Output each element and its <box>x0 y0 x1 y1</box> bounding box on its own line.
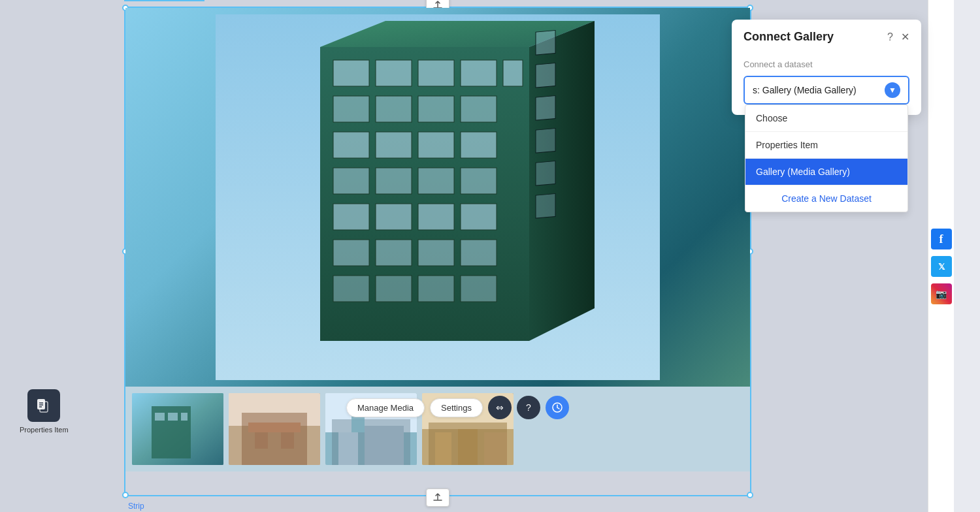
gallery-toolbar: Manage Media Settings ⇔ ? <box>346 396 569 419</box>
svg-rect-42 <box>168 413 178 421</box>
svg-rect-5 <box>461 60 497 86</box>
connect-header-icons: ? ✕ <box>887 31 909 43</box>
right-sidebar: f 𝕏 📷 <box>928 0 954 512</box>
gallery-label: Wix Pro Gallery 2 <box>124 0 204 1</box>
svg-rect-4 <box>418 60 454 86</box>
svg-rect-54 <box>365 426 404 465</box>
thumbnail-1[interactable] <box>132 393 223 465</box>
canvas-area: Wix Pro Gallery 2 <box>0 0 954 512</box>
svg-rect-2 <box>333 60 369 86</box>
connect-panel-close-button[interactable]: ✕ <box>901 31 909 43</box>
svg-rect-43 <box>181 413 188 421</box>
twitter-icon[interactable]: 𝕏 <box>931 256 952 277</box>
connect-button[interactable] <box>546 396 569 419</box>
svg-rect-18 <box>461 168 497 194</box>
gallery-component[interactable]: Wix Pro Gallery 2 <box>124 7 751 496</box>
svg-rect-46 <box>242 413 307 465</box>
svg-rect-33 <box>536 31 555 56</box>
instagram-icon[interactable]: 📷 <box>931 283 952 304</box>
svg-rect-20 <box>376 204 412 230</box>
dropdown-item-choose[interactable]: Choose <box>745 105 907 132</box>
svg-rect-26 <box>461 240 497 266</box>
svg-rect-38 <box>536 194 555 219</box>
dataset-selector-text: s: Gallery (Media Gallery) <box>753 85 857 95</box>
building-container <box>125 8 750 387</box>
svg-rect-35 <box>536 96 555 121</box>
properties-item-label: Properties Item <box>20 426 69 434</box>
svg-rect-21 <box>418 204 454 230</box>
connect-panel-title: Connect Gallery <box>743 30 834 44</box>
dataset-selector[interactable]: s: Gallery (Media Gallery) ▼ Choose Prop… <box>743 76 909 104</box>
svg-rect-34 <box>536 63 555 88</box>
thumbnail-2[interactable] <box>229 393 320 465</box>
svg-rect-13 <box>418 132 454 158</box>
strip-label: Strip <box>124 500 148 512</box>
dropdown-menu: Choose Properties Item Gallery (Media Ga… <box>745 104 908 212</box>
svg-rect-61 <box>484 432 507 465</box>
help-button[interactable]: ? <box>517 396 540 419</box>
settings-button[interactable]: Settings <box>430 398 483 417</box>
connect-panel-help-button[interactable]: ? <box>887 31 893 43</box>
svg-rect-49 <box>248 423 301 432</box>
svg-rect-37 <box>536 161 555 186</box>
dropdown-item-gallery[interactable]: Gallery (Media Gallery) <box>745 159 907 185</box>
svg-rect-22 <box>461 204 497 230</box>
svg-rect-29 <box>418 276 454 302</box>
arrows-button[interactable]: ⇔ <box>488 396 512 419</box>
svg-rect-15 <box>333 168 369 194</box>
svg-rect-3 <box>376 60 412 86</box>
connect-header: Connect Gallery ? ✕ <box>732 20 921 52</box>
dropdown-item-create-dataset[interactable]: Create a New Dataset <box>745 185 907 212</box>
svg-rect-11 <box>333 132 369 158</box>
svg-rect-36 <box>536 129 555 153</box>
upload-btn-bottom[interactable] <box>426 488 449 507</box>
svg-rect-59 <box>435 432 451 465</box>
properties-icon <box>27 389 60 422</box>
svg-rect-60 <box>458 429 478 465</box>
svg-rect-30 <box>461 276 497 302</box>
svg-rect-19 <box>333 204 369 230</box>
svg-rect-12 <box>376 132 412 158</box>
connect-subtitle: Connect a dataset <box>743 59 909 69</box>
properties-panel[interactable]: Properties Item <box>20 389 69 434</box>
handle-bot-left[interactable] <box>122 492 129 498</box>
svg-rect-24 <box>376 240 412 266</box>
svg-rect-63 <box>37 399 45 409</box>
svg-rect-9 <box>418 96 454 122</box>
svg-rect-27 <box>333 276 369 302</box>
svg-rect-8 <box>376 96 412 122</box>
svg-rect-10 <box>461 96 497 122</box>
svg-rect-25 <box>418 240 454 266</box>
svg-rect-7 <box>333 96 369 122</box>
dropdown-item-properties[interactable]: Properties Item <box>745 132 907 159</box>
connect-panel: Connect Gallery ? ✕ Connect a dataset s:… <box>732 20 921 115</box>
chevron-down-icon: ▼ <box>885 82 900 98</box>
svg-rect-17 <box>418 168 454 194</box>
svg-rect-28 <box>376 276 412 302</box>
svg-rect-53 <box>338 432 358 465</box>
svg-rect-16 <box>376 168 412 194</box>
main-image <box>125 8 750 387</box>
svg-rect-41 <box>155 413 165 421</box>
manage-media-button[interactable]: Manage Media <box>346 398 425 417</box>
handle-bot-right[interactable] <box>747 492 753 498</box>
svg-rect-14 <box>461 132 497 158</box>
connect-body: Connect a dataset s: Gallery (Media Gall… <box>732 52 921 115</box>
facebook-icon[interactable]: f <box>931 229 952 249</box>
svg-rect-6 <box>503 60 523 86</box>
svg-rect-23 <box>333 240 369 266</box>
